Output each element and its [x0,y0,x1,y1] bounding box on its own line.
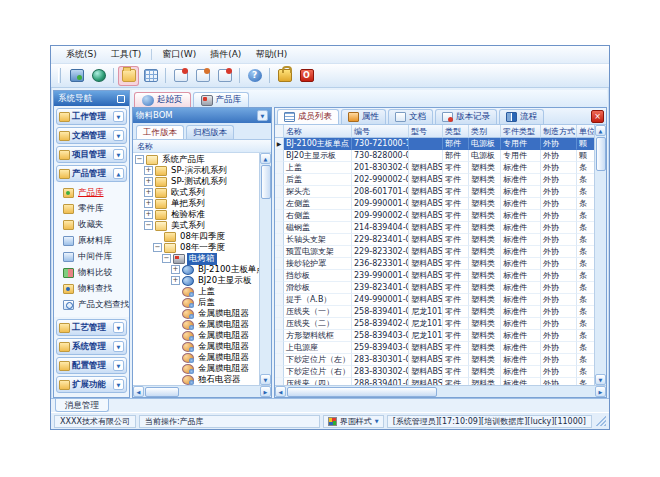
table-vertical-scrollbar[interactable]: ▲ ▼ [594,125,606,385]
pin-icon[interactable] [117,95,125,103]
nav-section-extension[interactable]: 扩展功能▼ [56,376,127,393]
table-vscroll-thumb[interactable] [596,137,606,171]
tree-node[interactable]: +单把系列 [133,198,259,209]
column-header[interactable]: 零件类型 [501,125,541,138]
chevron-down-icon[interactable]: ▼ [113,149,124,160]
nav-section-system[interactable]: 系统管理▼ [56,338,127,355]
globe-button[interactable] [89,67,108,85]
table-row[interactable]: 压线夹（一）258-839401-00E尼龙1010零件塑料类标准件外协条 [275,306,594,318]
tree-hscroll-thumb[interactable] [145,387,179,397]
scroll-up-icon[interactable]: ▲ [260,153,271,164]
collapse-toggle-icon[interactable]: − [153,243,162,252]
tree-node[interactable]: −电烤箱 [133,253,259,264]
table-row[interactable]: 上电源座259-839403-00E塑料ABS零件塑料类标准件外协条 [275,342,594,354]
table-row[interactable]: 预置电源支架229-823302-00E塑料ABS零件塑料类标准件外协条 [275,246,594,258]
table-row[interactable]: ▶BJ-2100主板单点730-721000-12E部件电源板专用件外协颗 [275,138,594,150]
nav-item-product-doc-search[interactable]: 产品文档查找 [54,297,129,313]
tree-node[interactable]: +SP-演示机系列 [133,165,259,176]
nav-item-material-compare[interactable]: 物料比较 [54,265,129,281]
table-row[interactable]: 磁钢盖214-839404-01E塑料ABS零件塑料类标准件外协条 [275,222,594,234]
tree-node[interactable]: 金属膜电阻器 [133,352,259,363]
scroll-up-icon[interactable]: ▲ [595,125,606,136]
nav-item-material-search[interactable]: 物料查找 [54,281,129,297]
tree-node[interactable]: −系统产品库 [133,154,259,165]
resize-grip[interactable] [596,416,606,426]
column-header[interactable]: 型号 [409,125,443,138]
nav-section-product[interactable]: 产品管理▲ [56,165,127,182]
tab-member-list[interactable]: 成员列表 [277,109,339,124]
doc-tab-start-page[interactable]: 起始页 [134,92,191,107]
nav-item-part-library[interactable]: 零件库 [54,201,129,217]
tree-node[interactable]: +BJ20主显示板 [133,275,259,286]
lock-button[interactable] [275,67,294,85]
exit-button[interactable]: O [297,67,316,85]
expand-toggle-icon[interactable]: + [171,265,180,274]
column-header[interactable]: 名称 [284,125,352,138]
table-row[interactable]: 压线夹（四）288-839401-00E塑料ABS零件塑料类标准件外协条 [275,378,594,385]
nav-item-product-library[interactable]: 产品库 [54,185,129,201]
table-row[interactable]: 探头壳208-601701-01E塑料ABS零件塑料类标准件外协条 [275,186,594,198]
collapse-toggle-icon[interactable]: − [135,155,144,164]
nav-item-intermediate-library[interactable]: 中间件库 [54,249,129,265]
chevron-down-icon[interactable]: ▼ [113,341,124,352]
doc-tab-product-library[interactable]: 产品库 [193,92,250,107]
tab-workflow[interactable]: 流程 [499,109,544,124]
tree-node[interactable]: +欧式系列 [133,187,259,198]
tree-horizontal-scrollbar[interactable]: ◀ ▶ [133,385,271,397]
chevron-down-icon[interactable]: ▼ [113,130,124,141]
scroll-left-icon[interactable]: ◀ [275,386,286,397]
close-icon[interactable]: × [591,110,604,123]
menu-item-plugin[interactable]: 插件(A) [203,47,248,62]
tree-node[interactable]: 金属膜电阻器 [133,330,259,341]
table-row[interactable]: 左侧盖209-990001-01E塑料ABS零件塑料类标准件外协条 [275,198,594,210]
help-button[interactable]: ? [245,67,264,85]
tree-node[interactable]: +SP-测试机系列 [133,176,259,187]
column-header[interactable]: 制造方式 [541,125,577,138]
tree-node[interactable]: 独石电容器 [133,374,259,385]
tree-node[interactable]: −08年一季度 [133,242,259,253]
tree-column-header[interactable]: 名称 [133,140,271,153]
scroll-right-icon[interactable]: ▶ [595,386,606,397]
chevron-down-icon[interactable]: ▼ [113,379,124,390]
table-row[interactable]: BJ20主显示板730-828000-04E部件电源板专用件外协颗 [275,150,594,162]
chevron-up-icon[interactable]: ▲ [113,168,124,179]
nav-item-favorites[interactable]: 收藏夹 [54,217,129,233]
nav-section-config[interactable]: 配置管理▼ [56,357,127,374]
table-row[interactable]: 长轴头支架229-823401-00E塑料ABS零件塑料类标准件外协条 [275,234,594,246]
nav-section-document[interactable]: 文档管理▼ [56,127,127,144]
collapse-toggle-icon[interactable]: − [162,254,171,263]
expand-toggle-icon[interactable]: + [144,199,153,208]
column-header[interactable]: 单位 [577,125,594,138]
scroll-right-icon[interactable]: ▶ [260,386,271,397]
nav-section-work[interactable]: 工作管理▼ [56,108,127,125]
column-header[interactable]: 类别 [469,125,501,138]
tree-vertical-scrollbar[interactable]: ▲ ▼ [259,153,271,385]
scroll-down-icon[interactable]: ▼ [260,374,271,385]
bom-tab[interactable]: 工作版本 [136,125,184,139]
tree-node[interactable]: 金属膜电阻器 [133,308,259,319]
expand-toggle-icon[interactable]: + [144,188,153,197]
table-row[interactable]: 挡纱板239-990001-01E塑料ABS零件塑料类标准件外协条 [275,270,594,282]
nav-item-raw-material-library[interactable]: 原材料库 [54,233,129,249]
expand-toggle-icon[interactable]: + [144,166,153,175]
column-header[interactable]: 类型 [443,125,469,138]
tree-node[interactable]: +BJ-2100主板单点 [133,264,259,275]
chevron-down-icon[interactable]: ▼ [113,111,124,122]
table-row[interactable]: 下纱定位片（右）283-830302-00E塑料ABS零件塑料类标准件外协条 [275,366,594,378]
menu-item-tools[interactable]: 工具(T) [104,47,149,62]
tree-node[interactable]: 08年四季度 [133,231,259,242]
tree-node[interactable]: 上盖 [133,286,259,297]
tree-node[interactable]: −美式系列 [133,220,259,231]
table-row[interactable]: 下纱定位片（左）283-830301-00E塑料ABS零件塑料类标准件外协条 [275,354,594,366]
tree-node[interactable]: 金属膜电阻器 [133,363,259,374]
tree-node[interactable]: 金属膜电阻器 [133,319,259,330]
expand-toggle-icon[interactable]: + [144,177,153,186]
menu-item-help[interactable]: 帮助(H) [248,47,294,62]
table-row[interactable]: 提手（A.B）249-990001-01E塑料ABS零件塑料类标准件外协条 [275,294,594,306]
toolbar-grip[interactable] [58,68,61,83]
menu-item-system[interactable]: 系统(S) [59,47,104,62]
collapse-toggle-icon[interactable]: − [144,221,153,230]
nav-section-project[interactable]: 项目管理▼ [56,146,127,163]
report-edit-button[interactable] [193,67,212,85]
bom-panel-menu-button[interactable]: ▼ [257,110,268,121]
